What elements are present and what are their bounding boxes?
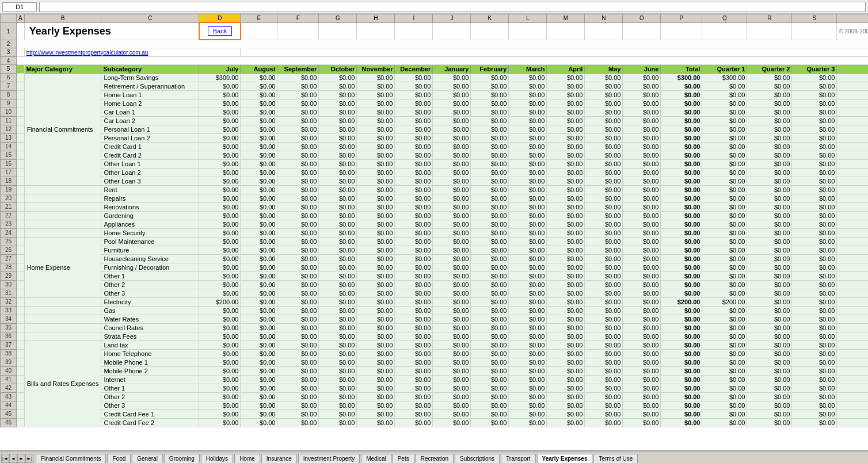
q4-cell-34[interactable]: $0.00 xyxy=(837,315,868,323)
cell-d22[interactable]: $0.00 xyxy=(199,211,241,220)
total-cell-34[interactable]: $0.00 xyxy=(661,315,702,323)
cell-f23[interactable]: $0.00 xyxy=(277,220,319,228)
q1-cell-25[interactable]: $0.00 xyxy=(702,237,747,246)
cell-b19[interactable] xyxy=(24,185,101,194)
total-cell-31[interactable]: $0.00 xyxy=(661,289,702,297)
q4-cell-16[interactable]: $0.00 xyxy=(837,159,868,168)
cell-f29[interactable]: $0.00 xyxy=(277,271,319,280)
cell-j15[interactable]: $0.00 xyxy=(433,151,471,159)
cell-e17[interactable]: $0.00 xyxy=(241,168,277,177)
q4-cell-13[interactable]: $0.00 xyxy=(837,133,868,142)
cell-g11[interactable]: $0.00 xyxy=(319,116,357,125)
cell-l44[interactable]: $0.00 xyxy=(509,401,547,410)
cell-m14[interactable]: $0.00 xyxy=(547,142,585,151)
cell-m7[interactable]: $0.00 xyxy=(547,82,585,90)
q1-cell-24[interactable]: $0.00 xyxy=(702,228,747,237)
cell-n24[interactable]: $0.00 xyxy=(585,228,623,237)
cell-a11[interactable] xyxy=(17,116,25,125)
total-cell-36[interactable]: $0.00 xyxy=(661,332,702,340)
cell-j28[interactable]: $0.00 xyxy=(433,263,471,271)
cell-j37[interactable]: $0.00 xyxy=(433,340,471,349)
cell-h38[interactable]: $0.00 xyxy=(357,349,395,358)
q1-cell-37[interactable]: $0.00 xyxy=(702,340,747,349)
cell-o41[interactable]: $0.00 xyxy=(623,375,661,384)
cell-h15[interactable]: $0.00 xyxy=(357,151,395,159)
q2-cell-36[interactable]: $0.00 xyxy=(747,332,792,340)
cell-e27[interactable]: $0.00 xyxy=(241,254,277,263)
cell-g28[interactable]: $0.00 xyxy=(319,263,357,271)
cell-e41[interactable]: $0.00 xyxy=(241,375,277,384)
q4-cell-14[interactable]: $0.00 xyxy=(837,142,868,151)
cell-m42[interactable]: $0.00 xyxy=(547,384,585,392)
cell-e36[interactable]: $0.00 xyxy=(241,332,277,340)
cell-o21[interactable]: $0.00 xyxy=(623,202,661,211)
total-cell-13[interactable]: $0.00 xyxy=(661,133,702,142)
q2-cell-6[interactable]: $0.00 xyxy=(747,73,792,82)
subcat-cell-39[interactable]: Mobile Phone 1 xyxy=(101,358,199,366)
cell-k34[interactable]: $0.00 xyxy=(471,315,509,323)
q1-cell-11[interactable]: $0.00 xyxy=(702,116,747,125)
cell-e12[interactable]: $0.00 xyxy=(241,125,277,133)
cell-j38[interactable]: $0.00 xyxy=(433,349,471,358)
q3-cell-35[interactable]: $0.00 xyxy=(792,323,837,332)
cell-i38[interactable]: $0.00 xyxy=(395,349,433,358)
cell-l15[interactable]: $0.00 xyxy=(509,151,547,159)
q2-cell-24[interactable]: $0.00 xyxy=(747,228,792,237)
cell-l17[interactable]: $0.00 xyxy=(509,168,547,177)
cell-n42[interactable]: $0.00 xyxy=(585,384,623,392)
cell-l14[interactable]: $0.00 xyxy=(509,142,547,151)
cell-o46[interactable]: $0.00 xyxy=(623,418,661,427)
cell-o43[interactable]: $0.00 xyxy=(623,392,661,401)
cell-h31[interactable]: $0.00 xyxy=(357,289,395,297)
cell-n26[interactable]: $0.00 xyxy=(585,246,623,254)
q4-cell-26[interactable]: $0.00 xyxy=(837,246,868,254)
cell-e29[interactable]: $0.00 xyxy=(241,271,277,280)
cell-g25[interactable]: $0.00 xyxy=(319,237,357,246)
cell-i42[interactable]: $0.00 xyxy=(395,384,433,392)
q1-cell-8[interactable]: $0.00 xyxy=(702,90,747,99)
cell-o22[interactable]: $0.00 xyxy=(623,211,661,220)
cell-i18[interactable]: $0.00 xyxy=(395,177,433,185)
cell-j45[interactable]: $0.00 xyxy=(433,410,471,418)
cell-g21[interactable]: $0.00 xyxy=(319,202,357,211)
q2-cell-16[interactable]: $0.00 xyxy=(747,159,792,168)
cell-l43[interactable]: $0.00 xyxy=(509,392,547,401)
total-cell-27[interactable]: $0.00 xyxy=(661,254,702,263)
cell-h44[interactable]: $0.00 xyxy=(357,401,395,410)
cell-a45[interactable] xyxy=(17,410,25,418)
cell-g14[interactable]: $0.00 xyxy=(319,142,357,151)
tab-food[interactable]: Food xyxy=(107,454,131,463)
cell-k46[interactable]: $0.00 xyxy=(471,418,509,427)
cell-l42[interactable]: $0.00 xyxy=(509,384,547,392)
subcat-cell-23[interactable]: Appliances xyxy=(101,220,199,228)
total-cell-38[interactable]: $0.00 xyxy=(661,349,702,358)
total-cell-41[interactable]: $0.00 xyxy=(661,375,702,384)
subcat-cell-31[interactable]: Other 3 xyxy=(101,289,199,297)
q2-cell-25[interactable]: $0.00 xyxy=(747,237,792,246)
cell-k10[interactable]: $0.00 xyxy=(471,108,509,116)
cell-l39[interactable]: $0.00 xyxy=(509,358,547,366)
q2-cell-21[interactable]: $0.00 xyxy=(747,202,792,211)
subcat-cell-35[interactable]: Council Rates xyxy=(101,323,199,332)
cell-m10[interactable]: $0.00 xyxy=(547,108,585,116)
cell-a29[interactable] xyxy=(17,271,25,280)
website-link[interactable]: http://www.investmentpropertycalculator.… xyxy=(26,49,149,56)
cell-k33[interactable]: $0.00 xyxy=(471,306,509,315)
cell-g17[interactable]: $0.00 xyxy=(319,168,357,177)
subcat-cell-24[interactable]: Home Security xyxy=(101,228,199,237)
cell-k38[interactable]: $0.00 xyxy=(471,349,509,358)
tab-first-button[interactable]: |◄ xyxy=(1,454,9,463)
cell-g10[interactable]: $0.00 xyxy=(319,108,357,116)
q2-cell-42[interactable]: $0.00 xyxy=(747,384,792,392)
cell-g32[interactable]: $0.00 xyxy=(319,297,357,306)
q4-cell-11[interactable]: $0.00 xyxy=(837,116,868,125)
cell-o35[interactable]: $0.00 xyxy=(623,323,661,332)
cell-b21[interactable] xyxy=(24,202,101,211)
cell-e28[interactable]: $0.00 xyxy=(241,263,277,271)
cell-a9[interactable] xyxy=(17,99,25,108)
cell-h40[interactable]: $0.00 xyxy=(357,366,395,375)
total-cell-21[interactable]: $0.00 xyxy=(661,202,702,211)
col-h-header[interactable]: H xyxy=(357,14,395,23)
q4-cell-9[interactable]: $0.00 xyxy=(837,99,868,108)
col-f-header[interactable]: F xyxy=(277,14,319,23)
